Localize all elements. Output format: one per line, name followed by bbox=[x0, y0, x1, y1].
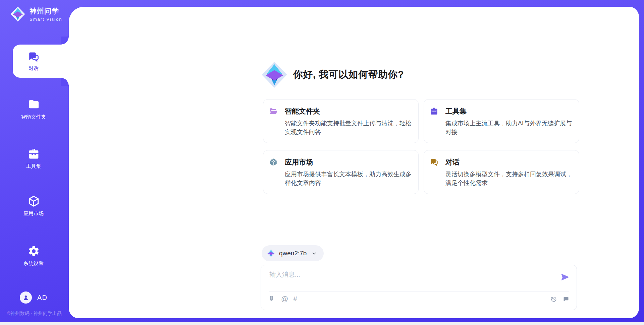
card-chat[interactable]: 对话 灵活切换多模型文件，支持多样回复效果调试，满足个性化需求 bbox=[424, 150, 579, 194]
main-panel: 你好, 我可以如何帮助你? 智能文件夹 智能文件夹功能支持批量文件上传与清洗，轻… bbox=[69, 7, 639, 318]
brand-logo: 神州问学 Smart Vision bbox=[10, 5, 62, 23]
card-smart-folder[interactable]: 智能文件夹 智能文件夹功能支持批量文件上传与清洗，轻松实现文件问答 bbox=[263, 99, 419, 143]
brand-diamond-icon bbox=[261, 61, 288, 88]
brand-diamond-icon bbox=[267, 249, 275, 258]
history-icon[interactable] bbox=[550, 296, 557, 303]
chat-bubbles-icon bbox=[430, 158, 438, 167]
card-title: 应用市场 bbox=[285, 157, 313, 167]
greeting: 你好, 我可以如何帮助你? bbox=[261, 61, 404, 88]
chevron-down-icon bbox=[311, 251, 317, 256]
card-description: 集成市场上主流工具，助力AI与外界无缝扩展与对接 bbox=[445, 119, 574, 136]
hashtag-icon[interactable]: # bbox=[293, 295, 297, 302]
user-name: AD bbox=[37, 294, 47, 302]
sidebar-item-label: 工具集 bbox=[26, 163, 41, 170]
toolbox-icon bbox=[28, 148, 40, 160]
brand-tagline: Smart Vision bbox=[30, 17, 62, 22]
model-name: qwen2:7b bbox=[279, 250, 307, 257]
attachment-icon[interactable] bbox=[269, 295, 276, 302]
sidebar-item-chat[interactable]: 对话 bbox=[13, 45, 70, 78]
sidebar-item-toolset[interactable]: 工具集 bbox=[0, 148, 67, 170]
feature-cards: 智能文件夹 智能文件夹功能支持批量文件上传与清洗，轻松实现文件问答 工具集 集成… bbox=[263, 99, 579, 194]
card-description: 应用市场提供丰富长文本模板，助力高效生成多样化文章内容 bbox=[285, 170, 414, 187]
person-icon bbox=[22, 294, 30, 301]
avatar bbox=[20, 291, 32, 304]
cube-icon bbox=[28, 195, 40, 207]
folder-open-icon bbox=[269, 107, 278, 116]
sidebar-item-app-market[interactable]: 应用市场 bbox=[0, 195, 67, 217]
user-profile[interactable]: AD bbox=[0, 291, 67, 304]
tab-fillet-bottom bbox=[61, 78, 69, 86]
gear-icon bbox=[28, 245, 40, 257]
card-title: 工具集 bbox=[445, 107, 467, 116]
horizontal-scrollbar[interactable] bbox=[0, 322, 644, 325]
model-selector[interactable]: qwen2:7b bbox=[262, 245, 324, 261]
copyright-footer: ©神州数码 · 神州问学出品 bbox=[0, 311, 69, 317]
tab-fillet-top bbox=[61, 37, 69, 45]
brand-diamond-icon bbox=[10, 5, 25, 23]
sidebar-item-smart-folder[interactable]: 智能文件夹 bbox=[0, 99, 67, 120]
send-icon bbox=[560, 272, 570, 282]
sidebar-item-label: 对话 bbox=[29, 65, 39, 72]
cube-icon bbox=[269, 158, 278, 167]
brand-name: 神州问学 bbox=[30, 6, 62, 16]
send-button[interactable] bbox=[560, 272, 570, 282]
sidebar-item-label: 应用市场 bbox=[23, 210, 44, 217]
chat-bubbles-icon bbox=[28, 51, 40, 63]
toolbox-icon bbox=[430, 107, 438, 116]
card-app-market[interactable]: 应用市场 应用市场提供丰富长文本模板，助力高效生成多样化文章内容 bbox=[263, 150, 419, 194]
sidebar-item-settings[interactable]: 系统设置 bbox=[0, 245, 67, 267]
mention-icon[interactable]: @ bbox=[281, 295, 288, 302]
card-description: 智能文件夹功能支持批量文件上传与清洗，轻松实现文件问答 bbox=[285, 119, 414, 136]
chat-square-icon[interactable] bbox=[562, 296, 569, 303]
message-composer: @ # bbox=[261, 265, 577, 310]
app-root: { "colors": { "accent": "#4f46e5", "side… bbox=[0, 0, 644, 325]
card-description: 灵活切换多模型文件，支持多样回复效果调试，满足个性化需求 bbox=[445, 170, 574, 187]
sidebar-item-label: 智能文件夹 bbox=[21, 114, 46, 120]
card-title: 对话 bbox=[445, 157, 460, 167]
folder-icon bbox=[28, 99, 40, 111]
message-input[interactable] bbox=[269, 269, 544, 280]
card-title: 智能文件夹 bbox=[285, 107, 320, 116]
greeting-text: 你好, 我可以如何帮助你? bbox=[293, 68, 404, 81]
sidebar-item-label: 系统设置 bbox=[23, 260, 44, 267]
composer-divider bbox=[269, 291, 569, 291]
card-toolset[interactable]: 工具集 集成市场上主流工具，助力AI与外界无缝扩展与对接 bbox=[424, 99, 579, 143]
